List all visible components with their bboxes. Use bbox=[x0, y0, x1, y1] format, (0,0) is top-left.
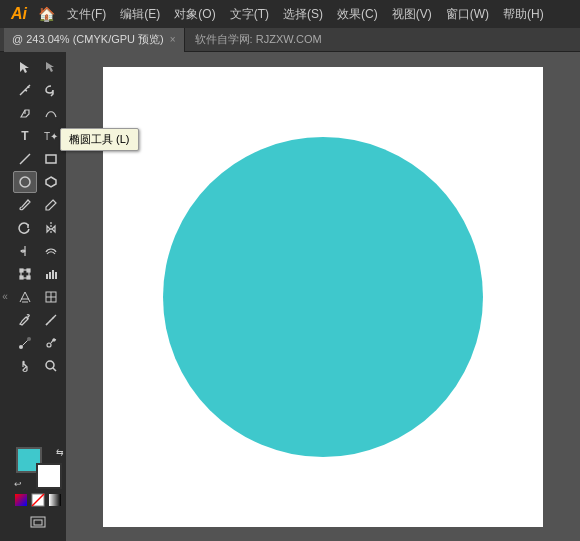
tool-group-pen bbox=[12, 102, 64, 124]
menu-view[interactable]: 视图(V) bbox=[386, 4, 438, 25]
tool-group-shape2 bbox=[12, 171, 64, 193]
menu-effect[interactable]: 效果(C) bbox=[331, 4, 384, 25]
svg-point-34 bbox=[19, 345, 23, 349]
menu-window[interactable]: 窗口(W) bbox=[440, 4, 495, 25]
reset-colors-icon[interactable]: ↩ bbox=[14, 479, 22, 489]
tool-group-transform bbox=[12, 217, 64, 239]
blend-tool-button[interactable] bbox=[13, 332, 37, 354]
direct-select-tool-button[interactable] bbox=[39, 56, 63, 78]
menu-edit[interactable]: 编辑(E) bbox=[114, 4, 166, 25]
warp-tool-button[interactable] bbox=[39, 240, 63, 262]
menu-text[interactable]: 文字(T) bbox=[224, 4, 275, 25]
svg-line-40 bbox=[53, 368, 56, 371]
zoom-tool-button[interactable] bbox=[39, 355, 63, 377]
selection-tool-button[interactable] bbox=[13, 56, 37, 78]
stroke-color-swatch[interactable] bbox=[36, 463, 62, 489]
tool-group-gradient bbox=[12, 309, 64, 331]
svg-point-35 bbox=[27, 337, 31, 341]
menu-object[interactable]: 对象(O) bbox=[168, 4, 221, 25]
tab-label: @ 243.04% (CMYK/GPU 预览) bbox=[12, 32, 164, 47]
canvas-area[interactable] bbox=[66, 52, 580, 541]
screen-mode-row bbox=[14, 511, 62, 533]
curvature-tool-button[interactable] bbox=[39, 102, 63, 124]
collapse-icon: « bbox=[2, 291, 8, 302]
svg-rect-46 bbox=[34, 520, 42, 525]
svg-line-33 bbox=[52, 317, 54, 319]
pen-tool-button[interactable] bbox=[13, 102, 37, 124]
symbol-sprayer-tool-button[interactable] bbox=[39, 332, 63, 354]
perspective-grid-tool-button[interactable] bbox=[13, 286, 37, 308]
tooltip-text: 椭圆工具 (L) bbox=[69, 133, 130, 145]
ellipse-tool-button[interactable] bbox=[13, 171, 37, 193]
svg-rect-41 bbox=[15, 494, 27, 506]
title-bar: Ai 🏠 文件(F) 编辑(E) 对象(O) 文字(T) 选择(S) 效果(C)… bbox=[0, 0, 580, 28]
none-mode-button[interactable] bbox=[31, 493, 45, 507]
tool-group-select bbox=[12, 56, 64, 78]
screen-mode-button[interactable] bbox=[16, 511, 60, 533]
color-mode-button[interactable] bbox=[14, 493, 28, 507]
tool-group-magic bbox=[12, 79, 64, 101]
svg-rect-6 bbox=[46, 155, 56, 163]
reflect-tool-button[interactable] bbox=[39, 217, 63, 239]
color-swatches: ⇆ ↩ bbox=[14, 447, 64, 489]
rotate-tool-button[interactable] bbox=[13, 217, 37, 239]
paintbrush-tool-button[interactable] bbox=[13, 194, 37, 216]
width-tool-button[interactable] bbox=[13, 240, 37, 262]
svg-line-36 bbox=[23, 341, 28, 346]
svg-marker-10 bbox=[47, 226, 50, 232]
tool-group-type: T T✦ bbox=[12, 125, 64, 147]
menu-select[interactable]: 选择(S) bbox=[277, 4, 329, 25]
color-section: ⇆ ↩ bbox=[12, 443, 64, 537]
svg-point-39 bbox=[46, 361, 54, 369]
left-toolbar: T T✦ bbox=[10, 52, 66, 541]
eyedropper-tool-button[interactable] bbox=[13, 309, 37, 331]
line-segment-tool-button[interactable] bbox=[13, 148, 37, 170]
toolbar-collapse-handle[interactable]: « bbox=[0, 52, 10, 541]
tool-group-slice bbox=[12, 286, 64, 308]
svg-line-31 bbox=[46, 323, 48, 325]
swap-colors-icon[interactable]: ⇆ bbox=[56, 447, 64, 457]
canvas-document bbox=[103, 67, 543, 527]
svg-line-32 bbox=[49, 320, 51, 322]
rectangle-tool-button[interactable] bbox=[39, 148, 63, 170]
svg-rect-18 bbox=[46, 274, 48, 279]
graph-tool-button[interactable] bbox=[39, 263, 63, 285]
tool-group-blend bbox=[12, 332, 64, 354]
tool-group-shape1 bbox=[12, 148, 64, 170]
active-tab[interactable]: @ 243.04% (CMYK/GPU 预览) × bbox=[4, 28, 185, 52]
tab-site-label: 软件自学网: RJZXW.COM bbox=[195, 32, 322, 47]
svg-point-7 bbox=[20, 177, 30, 187]
tab-close-button[interactable]: × bbox=[170, 34, 176, 45]
free-transform-tool-button[interactable] bbox=[13, 263, 37, 285]
type-tool-button[interactable]: T bbox=[13, 125, 37, 147]
menu-file[interactable]: 文件(F) bbox=[61, 4, 112, 25]
circle-object[interactable] bbox=[163, 137, 483, 457]
home-icon[interactable]: 🏠 bbox=[38, 6, 55, 22]
svg-rect-44 bbox=[49, 494, 61, 506]
app-logo: Ai bbox=[6, 5, 32, 23]
svg-rect-14 bbox=[20, 269, 23, 272]
mesh-tool-button[interactable] bbox=[39, 286, 63, 308]
magic-wand-tool-button[interactable] bbox=[13, 79, 37, 101]
hand-tool-button[interactable] bbox=[13, 355, 37, 377]
polygon-tool-button[interactable] bbox=[39, 171, 63, 193]
pencil-tool-button[interactable] bbox=[39, 194, 63, 216]
tool-tooltip: 椭圆工具 (L) bbox=[60, 128, 139, 151]
svg-line-2 bbox=[28, 86, 29, 88]
svg-line-23 bbox=[25, 292, 30, 302]
menu-bar: 文件(F) 编辑(E) 对象(O) 文字(T) 选择(S) 效果(C) 视图(V… bbox=[61, 4, 550, 25]
svg-marker-11 bbox=[52, 226, 55, 232]
measure-tool-button[interactable] bbox=[39, 309, 63, 331]
menu-help[interactable]: 帮助(H) bbox=[497, 4, 550, 25]
svg-point-37 bbox=[47, 343, 51, 347]
lasso-tool-button[interactable] bbox=[39, 79, 63, 101]
gradient-mode-button[interactable] bbox=[48, 493, 62, 507]
tool-group-graph bbox=[12, 263, 64, 285]
svg-line-0 bbox=[20, 88, 27, 95]
main-area: « bbox=[0, 52, 580, 541]
tool-group-warp bbox=[12, 240, 64, 262]
svg-rect-20 bbox=[52, 270, 54, 279]
tool-group-brush bbox=[12, 194, 64, 216]
svg-rect-15 bbox=[27, 269, 30, 272]
svg-rect-19 bbox=[49, 272, 51, 279]
